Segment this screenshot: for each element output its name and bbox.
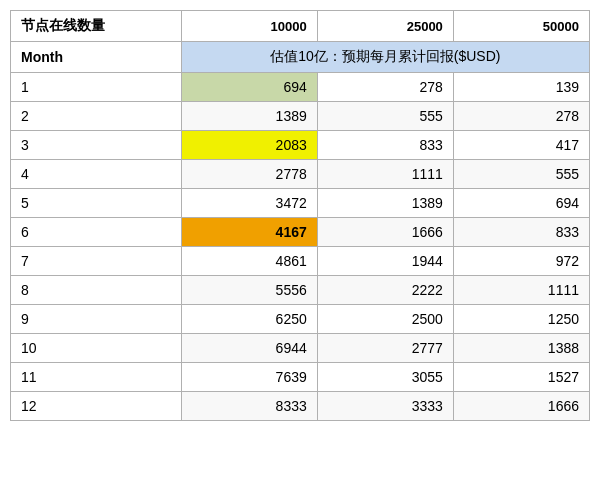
value-cell-v1: 6944 xyxy=(181,334,317,363)
value-cell-v1: 694 xyxy=(181,73,317,102)
value-cell-v3: 1527 xyxy=(453,363,589,392)
month-cell: 4 xyxy=(11,160,182,189)
value-cell-v2: 3333 xyxy=(317,392,453,421)
table-row: 8555622221111 xyxy=(11,276,590,305)
value-cell-v3: 833 xyxy=(453,218,589,247)
month-cell: 3 xyxy=(11,131,182,160)
estimated-return-subheader: 估值10亿：预期每月累计回报($USD) xyxy=(181,42,589,73)
table-row: 534721389694 xyxy=(11,189,590,218)
table-row: 10694427771388 xyxy=(11,334,590,363)
value-cell-v3: 1666 xyxy=(453,392,589,421)
value-cell-v2: 2500 xyxy=(317,305,453,334)
value-cell-v2: 2777 xyxy=(317,334,453,363)
month-subheader: Month xyxy=(11,42,182,73)
table-row: 9625025001250 xyxy=(11,305,590,334)
value-cell-v1: 4167 xyxy=(181,218,317,247)
node-online-header: 节点在线数量 xyxy=(11,11,182,42)
table-row: 1694278139 xyxy=(11,73,590,102)
value-cell-v1: 6250 xyxy=(181,305,317,334)
value-cell-v3: 555 xyxy=(453,160,589,189)
col3-header: 50000 xyxy=(453,11,589,42)
value-cell-v3: 1388 xyxy=(453,334,589,363)
value-cell-v1: 5556 xyxy=(181,276,317,305)
table-row: 32083833417 xyxy=(11,131,590,160)
table-row: 748611944972 xyxy=(11,247,590,276)
value-cell-v3: 694 xyxy=(453,189,589,218)
value-cell-v3: 972 xyxy=(453,247,589,276)
month-cell: 1 xyxy=(11,73,182,102)
col2-header: 25000 xyxy=(317,11,453,42)
header-row: 节点在线数量 10000 25000 50000 xyxy=(11,11,590,42)
month-cell: 9 xyxy=(11,305,182,334)
month-cell: 2 xyxy=(11,102,182,131)
table-body: 1694278139213895552783208383341742778111… xyxy=(11,73,590,421)
value-cell-v1: 7639 xyxy=(181,363,317,392)
month-cell: 5 xyxy=(11,189,182,218)
value-cell-v3: 417 xyxy=(453,131,589,160)
value-cell-v2: 3055 xyxy=(317,363,453,392)
month-cell: 11 xyxy=(11,363,182,392)
month-cell: 7 xyxy=(11,247,182,276)
value-cell-v2: 555 xyxy=(317,102,453,131)
table-row: 641671666833 xyxy=(11,218,590,247)
value-cell-v1: 8333 xyxy=(181,392,317,421)
value-cell-v2: 1944 xyxy=(317,247,453,276)
value-cell-v3: 139 xyxy=(453,73,589,102)
value-cell-v2: 1389 xyxy=(317,189,453,218)
value-cell-v3: 1250 xyxy=(453,305,589,334)
month-cell: 6 xyxy=(11,218,182,247)
table-wrapper: 节点在线数量 10000 25000 50000 Month 估值10亿：预期每… xyxy=(10,10,590,421)
table-row: 12833333331666 xyxy=(11,392,590,421)
value-cell-v1: 2778 xyxy=(181,160,317,189)
value-cell-v2: 833 xyxy=(317,131,453,160)
value-cell-v1: 1389 xyxy=(181,102,317,131)
col1-header: 10000 xyxy=(181,11,317,42)
value-cell-v2: 1666 xyxy=(317,218,453,247)
table-row: 11763930551527 xyxy=(11,363,590,392)
value-cell-v1: 4861 xyxy=(181,247,317,276)
value-cell-v2: 278 xyxy=(317,73,453,102)
month-cell: 8 xyxy=(11,276,182,305)
table-row: 427781111555 xyxy=(11,160,590,189)
value-cell-v2: 2222 xyxy=(317,276,453,305)
subheader-row: Month 估值10亿：预期每月累计回报($USD) xyxy=(11,42,590,73)
main-table: 节点在线数量 10000 25000 50000 Month 估值10亿：预期每… xyxy=(10,10,590,421)
value-cell-v1: 2083 xyxy=(181,131,317,160)
month-cell: 10 xyxy=(11,334,182,363)
value-cell-v3: 278 xyxy=(453,102,589,131)
value-cell-v3: 1111 xyxy=(453,276,589,305)
value-cell-v2: 1111 xyxy=(317,160,453,189)
month-cell: 12 xyxy=(11,392,182,421)
table-row: 21389555278 xyxy=(11,102,590,131)
value-cell-v1: 3472 xyxy=(181,189,317,218)
